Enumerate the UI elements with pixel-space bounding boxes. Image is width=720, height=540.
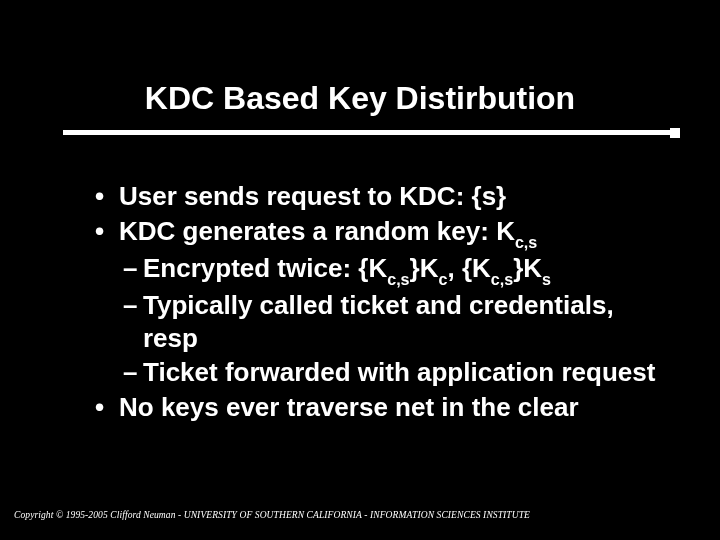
d1s1: c,s <box>387 270 409 288</box>
slide-title: KDC Based Key Distirbution <box>145 80 575 117</box>
dash-3: – Ticket forwarded with application requ… <box>123 356 660 389</box>
b2-a: KDC generates a random key: K <box>119 216 515 246</box>
body-text: • User sends request to KDC: {s} • KDC g… <box>95 180 660 425</box>
dash-icon: – <box>123 252 143 287</box>
b2-sub: c,s <box>515 233 537 251</box>
dash-3-text: Ticket forwarded with application reques… <box>143 356 655 389</box>
d1d: }K <box>513 253 542 283</box>
title-area: KDC Based Key Distirbution <box>0 80 720 117</box>
footer-copyright: Copyright © 1995-2005 Clifford Neuman - … <box>14 510 530 520</box>
underline-bar <box>63 130 670 135</box>
bullet-dot-icon: • <box>95 391 119 424</box>
underline-notch <box>670 128 680 138</box>
title-underline <box>0 130 720 138</box>
dash-1: – Encrypted twice: {Kc,s}Kc, {Kc,s}Ks <box>123 252 660 287</box>
bullet-2: • KDC generates a random key: Kc,s <box>95 215 660 250</box>
dash-1-text: Encrypted twice: {Kc,s}Kc, {Kc,s}Ks <box>143 252 551 287</box>
d1s4: s <box>542 270 551 288</box>
dash-icon: – <box>123 289 143 354</box>
bullet-dot-icon: • <box>95 180 119 213</box>
d1c: , {K <box>447 253 490 283</box>
bullet-1: • User sends request to KDC: {s} <box>95 180 660 213</box>
bullet-3: • No keys ever traverse net in the clear <box>95 391 660 424</box>
dash-2-text: Typically called ticket and credentials,… <box>143 289 660 354</box>
bullet-1-text: User sends request to KDC: {s} <box>119 180 506 213</box>
dash-icon: – <box>123 356 143 389</box>
dash-2: – Typically called ticket and credential… <box>123 289 660 354</box>
bullet-2-text: KDC generates a random key: Kc,s <box>119 215 537 250</box>
bullet-dot-icon: • <box>95 215 119 250</box>
d1s3: c,s <box>491 270 513 288</box>
d1b: }K <box>410 253 439 283</box>
bullet-3-text: No keys ever traverse net in the clear <box>119 391 579 424</box>
slide: KDC Based Key Distirbution • User sends … <box>0 0 720 540</box>
d1s2: c <box>438 270 447 288</box>
d1a: Encrypted twice: {K <box>143 253 387 283</box>
